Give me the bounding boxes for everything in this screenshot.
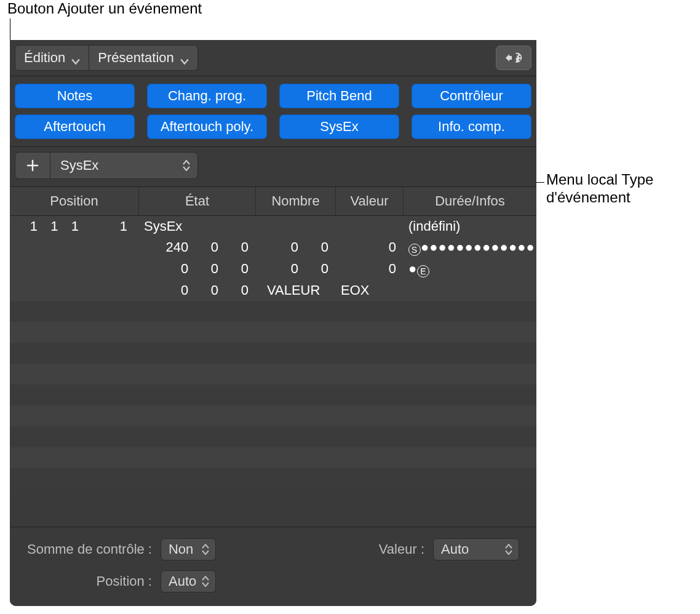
cell-number[interactable] [256, 216, 336, 221]
event-filter-bar: Notes Chang. prog. Pitch Bend Contrôleur… [10, 76, 536, 147]
position-label: Position : [27, 573, 152, 589]
filter-row: Aftertouch Aftertouch poly. SysEx Info. … [15, 114, 531, 139]
bytes-col[interactable]: 240 0 0 [10, 237, 256, 258]
callout-text: Menu local Type [546, 171, 653, 189]
edit-menu-label: Édition [24, 50, 65, 66]
callout-type-menu: Menu local Type d'événement [546, 171, 653, 207]
table-row [10, 385, 536, 405]
filter-row: Notes Chang. prog. Pitch Bend Contrôleur [15, 84, 531, 108]
add-event-bar: SysEx [10, 147, 536, 186]
add-event-button[interactable] [15, 152, 50, 179]
table-row [10, 426, 536, 447]
filter-poly-aftertouch[interactable]: Aftertouch poly. [147, 114, 267, 139]
bytes-col[interactable]: 0 0 [256, 258, 336, 279]
bytes-col[interactable]: EOX [336, 280, 404, 301]
filter-meta[interactable]: Info. comp. [412, 114, 531, 139]
bytes-col[interactable]: 0 [336, 258, 404, 279]
filter-notes[interactable]: Notes [15, 84, 135, 108]
checksum-label: Somme de contrôle : [27, 541, 152, 557]
event-type-value: SysEx [60, 157, 98, 173]
col-value[interactable]: Valeur [336, 187, 404, 215]
chevron-down-icon [180, 54, 189, 62]
checksum-select[interactable]: Non [161, 538, 216, 560]
bytes-col[interactable]: 0 0 0 [10, 280, 256, 301]
filter-controller[interactable]: Contrôleur [412, 84, 531, 108]
filter-pitch-bend[interactable]: Pitch Bend [279, 84, 399, 108]
toolbar: Édition Présentation [10, 40, 536, 76]
table-row [10, 301, 536, 322]
value-select[interactable]: Auto [433, 538, 519, 560]
sysex-bytes-row[interactable]: 0 0 0 VALEUR EOX [10, 280, 536, 301]
checksum-value: Non [169, 541, 193, 557]
event-list-panel: Édition Présentation Notes Chang. pro [10, 40, 536, 606]
event-table: Position État Nombre Valeur Durée/Infos … [10, 186, 536, 489]
table-body: 1 1 1 1 SysEx (indéfini) 240 0 0 0 0 0 S… [10, 216, 536, 489]
chevron-down-icon [71, 54, 80, 62]
bytes-info: S●●●●●●●●●●●●● [404, 237, 536, 258]
bytes-col[interactable]: 0 [336, 237, 404, 258]
updown-icon [505, 544, 514, 555]
table-row[interactable]: 1 1 1 1 SysEx (indéfini) [10, 216, 536, 237]
plus-icon [26, 159, 39, 172]
updown-icon [202, 576, 210, 587]
table-row [10, 322, 536, 343]
bytes-col[interactable]: VALEUR [256, 280, 336, 301]
bytes-col[interactable]: 0 0 0 [10, 258, 256, 279]
col-position[interactable]: Position [10, 187, 139, 215]
table-row [10, 343, 536, 364]
col-status[interactable]: État [139, 187, 256, 215]
updown-icon [183, 160, 191, 171]
callout-text: d'événement [546, 189, 653, 207]
sysex-bytes-row[interactable]: 240 0 0 0 0 0 S●●●●●●●●●●●●● [10, 237, 536, 258]
table-row [10, 364, 536, 385]
svg-point-2 [519, 59, 521, 61]
show-hide-button[interactable] [496, 46, 531, 70]
bytes-info: ●E [404, 258, 536, 280]
svg-point-1 [519, 56, 521, 58]
sysex-bytes-row[interactable]: 0 0 0 0 0 0 ●E [10, 258, 536, 280]
value-value: Auto [441, 541, 469, 557]
col-length[interactable]: Durée/Infos [404, 187, 536, 215]
bytes-col[interactable]: 0 0 [256, 237, 336, 258]
cell-length[interactable]: (indéfini) [404, 216, 536, 237]
position-value: Auto [169, 573, 196, 589]
value-label: Valeur : [379, 541, 424, 557]
cell-position[interactable]: 1 1 1 1 [10, 216, 139, 237]
filter-aftertouch[interactable]: Aftertouch [15, 114, 135, 139]
updown-icon [202, 544, 210, 555]
event-type-select[interactable]: SysEx [50, 152, 198, 179]
col-number[interactable]: Nombre [256, 187, 336, 215]
view-menu-label: Présentation [98, 50, 174, 66]
table-row [10, 468, 536, 489]
filter-program-change[interactable]: Chang. prog. [147, 84, 267, 108]
table-row [10, 405, 536, 426]
position-select[interactable]: Auto [161, 570, 216, 592]
bytes-info [404, 280, 536, 285]
cell-status[interactable]: SysEx [139, 216, 256, 237]
palette-icon [504, 50, 523, 65]
table-row [10, 447, 536, 468]
view-menu-button[interactable]: Présentation [89, 45, 198, 71]
edit-menu-button[interactable]: Édition [15, 45, 89, 71]
table-header: Position État Nombre Valeur Durée/Infos [10, 186, 536, 216]
filter-sysex[interactable]: SysEx [279, 114, 399, 139]
callout-add-button: Bouton Ajouter un événement [7, 0, 202, 17]
svg-point-0 [517, 54, 519, 56]
footer-options: Somme de contrôle : Non Valeur : Auto Po… [10, 527, 536, 606]
cell-value[interactable] [336, 216, 404, 221]
